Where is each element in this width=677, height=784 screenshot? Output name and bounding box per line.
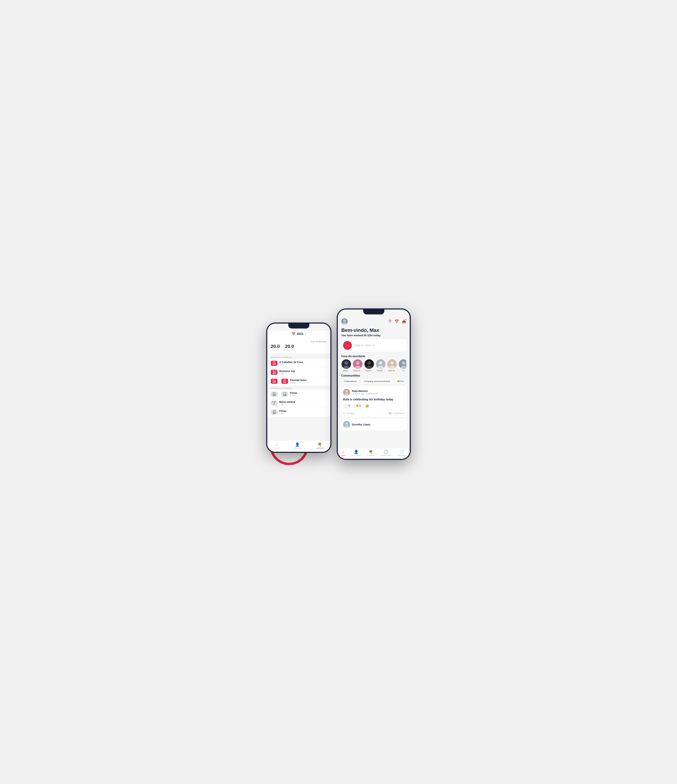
nav-item-funcionarios-front[interactable]: 👤 Funcionários [352, 450, 361, 456]
absences-icon: 🌴 [317, 442, 322, 447]
out-of-office-avatars: Albert... Diana R... [341, 359, 406, 372]
nav-item-painel[interactable]: ⌂ Painel [275, 442, 279, 449]
year-selector[interactable]: 2021 [297, 332, 304, 336]
community-chip-celebrations[interactable]: Celebrations [341, 379, 359, 384]
allowance-label: Time-off allowance [271, 341, 327, 342]
documents-icon-front: 📄 [400, 450, 404, 454]
absence-item: JUN 12 Férias 1 dia [267, 408, 331, 417]
work-time-text: You have worked 5h 23m today [341, 334, 406, 337]
person-avatar[interactable]: Ci [399, 359, 406, 372]
post-content: Rafa is celebrating his birthday today [343, 398, 404, 401]
calendar-icon: 📅 [292, 332, 295, 336]
absence-item: AUG 15 A Trabalhar de Casa 1 dia [267, 359, 331, 368]
absence-duration: 1 dia [279, 412, 287, 415]
person-name: Rafa M... [388, 370, 396, 372]
notification-badge [405, 319, 407, 320]
clock-in-card[interactable]: → Slide to clock in [341, 339, 407, 352]
person-name: Doroth... [377, 370, 384, 372]
communities-title: Communitites [341, 374, 406, 377]
nav-label-funcionarios-front: Funcionários [352, 454, 361, 456]
absence-item: AUG 25 Business trip 1 dia [267, 368, 331, 377]
totals-number: 20.0 [271, 344, 280, 349]
phone-back: 📅 2021 ▾ Time-off allowance 20.0 TOTAIS … [266, 322, 331, 453]
svg-point-19 [402, 361, 405, 365]
absence-name: Baixa médica [279, 401, 295, 403]
arrow-right-icon: → [346, 343, 349, 347]
person-avatar[interactable]: Gonzal... [364, 359, 374, 372]
post-time: 12 hours ago · Celebrations [352, 392, 404, 395]
inbox-icon[interactable]: 📥 [402, 319, 406, 324]
home-icon: ⌂ [275, 442, 278, 447]
svg-point-7 [356, 361, 359, 365]
front-header: ⏱ 📅 📥 [338, 317, 410, 326]
absence-name: Business trip [279, 370, 295, 373]
person-avatar[interactable]: Rafa M... [387, 359, 397, 372]
nav-item-funcionarios[interactable]: 👤 Funcionários [293, 442, 302, 449]
comments-stat: 💬 2 Comments [389, 412, 404, 415]
absence-duration: 1 dia [279, 364, 303, 366]
absences-icon-front: 🌴 [368, 450, 373, 454]
add-reaction-button[interactable]: 😊 [365, 403, 370, 409]
svg-point-10 [367, 361, 371, 365]
reaction-button[interactable]: 🥂 5 [343, 403, 352, 409]
person-avatar[interactable]: Albert... [341, 359, 351, 372]
absence-duration: 3 dias [290, 394, 297, 397]
nav-label-folha-front: Folha de Ponto [381, 454, 392, 456]
person-name: Gonzal... [365, 370, 373, 372]
svg-point-13 [379, 361, 382, 365]
absence-item: DEC 23 → DEC 31 Parental leave 8 dias [267, 377, 331, 386]
comments-count: 2 Comments [392, 412, 404, 415]
timesheet-icon-front: 🕐 [384, 450, 388, 454]
svg-point-4 [345, 361, 348, 365]
nav-item-documentos-front[interactable]: 📄 Documentos [398, 450, 407, 456]
person-avatar[interactable]: Diana R... [353, 359, 362, 372]
calendar-header-icon[interactable]: 📅 [395, 319, 399, 324]
totals-label: TOTAIS [271, 349, 280, 351]
post-author-avatar [343, 389, 350, 396]
eye-icon: 👁 [343, 412, 345, 415]
phone-front: ⏱ 📅 📥 Bem-vindo, Max You have worked 5h … [337, 308, 411, 460]
communities-chips-row: Celebrations Company announcements 🌿 Pro [341, 379, 406, 384]
post-meta: Rafa Manero 12 hours ago · Celebrations [352, 389, 404, 395]
notch-front [363, 310, 384, 314]
nav-item-painel-front[interactable]: ⌂ Painel [341, 450, 345, 456]
absence-duration: 1 dia [279, 403, 295, 406]
nav-label-ausencias: Ausências [316, 447, 323, 449]
community-chip-announcements[interactable]: Company announcements [361, 379, 393, 384]
user-avatar[interactable] [341, 318, 348, 325]
scene: 📅 2021 ▾ Time-off allowance 20.0 TOTAIS … [266, 308, 411, 476]
absence-duration: 1 dia [279, 373, 295, 375]
back-header: 📅 2021 ▾ [267, 331, 331, 338]
notch-back [288, 324, 309, 328]
absence-name: A Trabalhar de Casa [279, 361, 303, 364]
person-name: Albert... [343, 370, 349, 372]
out-of-office-title: Fora do escritório [341, 355, 406, 358]
welcome-section: Bem-vindo, Max You have worked 5h 23m to… [338, 326, 410, 338]
post2-meta: Dorothy López [352, 423, 404, 426]
absence-name: Parental leave [290, 379, 306, 381]
available-number: 20.0 [284, 344, 295, 349]
upcoming-absences-list: AUG 15 A Trabalhar de Casa 1 dia AUG 25 [267, 359, 331, 386]
nav-label-ausencias-front: Ausências [367, 454, 374, 456]
nav-item-folha-front[interactable]: 🕐 Folha de Ponto [381, 450, 392, 456]
arrow-icon: → [278, 380, 281, 383]
timer-icon[interactable]: ⏱ [388, 319, 392, 324]
absence-name: Férias [279, 409, 287, 412]
post2-author-avatar [343, 421, 350, 428]
clock-in-button[interactable]: → [343, 341, 352, 350]
header-icons: ⏱ 📅 📥 [388, 319, 406, 324]
past-section-label: AUSÊNCIAS PASSADAS [267, 386, 331, 390]
available-label: DISPONÍVEIS [284, 349, 295, 351]
svg-point-1 [343, 319, 346, 322]
arrow-icon: → [278, 393, 281, 396]
nav-item-ausencias-front[interactable]: 🌴 Ausências [367, 450, 374, 456]
nav-label-funcionarios: Funcionários [293, 447, 302, 449]
nav-label-documentos-front: Documentos [398, 454, 407, 456]
reaction-button[interactable]: 🎉 5 [354, 403, 363, 409]
reactions-row: 🥂 5 🎉 5 😊 [343, 403, 404, 409]
communities-section: Communitites Celebrations Company announ… [338, 373, 410, 385]
community-chip-pro[interactable]: 🌿 Pro [395, 379, 406, 384]
nav-item-ausencias[interactable]: 🌴 Ausências [316, 442, 323, 449]
chevron-down-icon: ▾ [305, 333, 306, 335]
person-avatar[interactable]: Doroth... [376, 359, 385, 372]
